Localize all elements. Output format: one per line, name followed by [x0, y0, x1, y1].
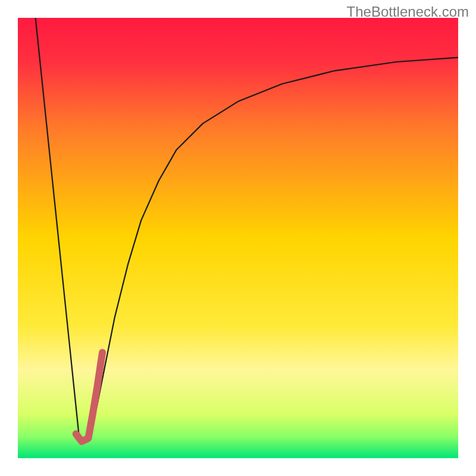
series-marker-hook — [76, 352, 102, 441]
series-right-curve — [88, 58, 458, 441]
series-left-line — [36, 18, 80, 440]
curves-layer — [18, 18, 458, 458]
watermark-text: TheBottleneck.com — [347, 4, 469, 20]
bottleneck-chart: TheBottleneck.com — [0, 0, 476, 476]
